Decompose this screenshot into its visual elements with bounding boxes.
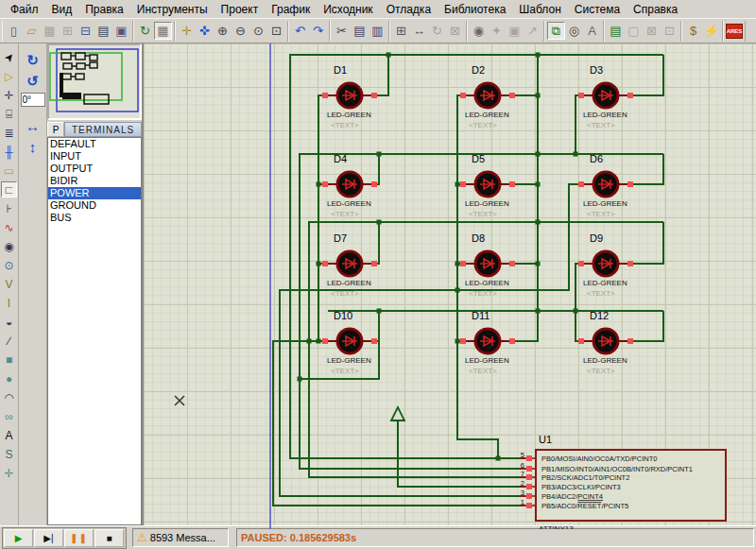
pin-cathode[interactable]: [371, 181, 377, 187]
overview-minimap[interactable]: [47, 43, 142, 120]
mirror-vertical-button[interactable]: ↕: [24, 137, 43, 156]
pin-cathode[interactable]: [509, 181, 515, 187]
generator-mode-icon[interactable]: ⊙: [1, 257, 17, 273]
power-terminal-icon[interactable]: [391, 407, 404, 420]
pin-cathode[interactable]: [509, 261, 515, 266]
mcu-pin-square[interactable]: [526, 484, 532, 489]
bus-mode-icon[interactable]: ╫: [1, 144, 17, 160]
terminal-item-bus[interactable]: BUS: [48, 212, 141, 224]
mark-output-area-icon[interactable]: ▣: [112, 22, 130, 40]
rotate-clockwise-button[interactable]: ↻: [24, 51, 43, 70]
2d-marker-mode-icon[interactable]: ✛: [1, 465, 17, 481]
block-delete-icon[interactable]: ⊠: [446, 22, 464, 40]
wire[interactable]: [374, 222, 379, 264]
packaging-tool-icon[interactable]: ▣: [506, 22, 524, 40]
menu-item-file[interactable]: Файл: [4, 2, 45, 17]
pin-anode[interactable]: [322, 338, 328, 344]
terminal-item-default[interactable]: DEFAULT: [48, 138, 141, 150]
led-D8[interactable]: D8LED-GREEN<TEXT>: [460, 232, 515, 298]
text-script-mode-icon[interactable]: ≣: [1, 125, 17, 141]
pin-cathode[interactable]: [627, 261, 633, 266]
led-D12[interactable]: D12LED-GREEN<TEXT>: [578, 310, 633, 375]
redo-icon[interactable]: ↷: [309, 22, 327, 40]
mcu-pin-square[interactable]: [526, 503, 532, 508]
led-D6[interactable]: D6LED-GREEN<TEXT>: [578, 153, 633, 218]
schematic-canvas[interactable]: D1LED-GREEN<TEXT>D2LED-GREEN<TEXT>D3LED-…: [144, 43, 756, 525]
2d-symbol-mode-icon[interactable]: S: [1, 446, 17, 462]
netlist-to-ares-icon[interactable]: ARES: [726, 24, 743, 39]
sim-pause-button[interactable]: ❚❚: [64, 529, 94, 547]
block-rotate-icon[interactable]: ↻: [428, 22, 446, 40]
block-move-icon[interactable]: ↔: [410, 22, 428, 40]
mcu-U1[interactable]: U1ATTINY135PB0/MOSI/AIN0/OC0A/TXD/PCINT0…: [520, 434, 726, 529]
led-D10[interactable]: D10LED-GREEN<TEXT>: [322, 310, 377, 375]
simulation-messages[interactable]: ⚠ 8593 Messa...: [132, 528, 229, 547]
terminal-item-ground[interactable]: GROUND: [48, 199, 141, 212]
pin-anode[interactable]: [322, 93, 328, 98]
component-mode-icon[interactable]: ▷: [1, 68, 17, 84]
graph-mode-icon[interactable]: ∿: [1, 219, 17, 235]
wire[interactable]: [630, 55, 663, 95]
block-copy-icon[interactable]: ⊞: [392, 22, 410, 40]
wire[interactable]: [512, 311, 538, 341]
sim-play-button[interactable]: ▶: [4, 529, 33, 547]
virtual-instrument-mode-icon[interactable]: ◒: [1, 314, 17, 330]
selection-pointer-icon[interactable]: ➤: [0, 46, 20, 69]
wire[interactable]: [374, 311, 379, 341]
new-sheet-icon[interactable]: ▢: [625, 22, 643, 40]
pick-device-icon[interactable]: ◉: [470, 22, 488, 40]
pick-terminals-button[interactable]: P: [47, 122, 64, 137]
led-D9[interactable]: D9LED-GREEN<TEXT>: [578, 232, 633, 298]
wire-label-mode-icon[interactable]: ⌸: [1, 106, 17, 122]
menu-item-help[interactable]: Справка: [627, 2, 684, 17]
sim-step-button[interactable]: ▶|: [34, 529, 63, 547]
led-D7[interactable]: D7LED-GREEN<TEXT>: [322, 232, 377, 298]
pin-anode[interactable]: [578, 261, 584, 266]
voltage-probe-mode-icon[interactable]: V: [1, 276, 17, 292]
pin-anode[interactable]: [460, 261, 466, 266]
remove-sheet-icon[interactable]: ⊠: [643, 22, 661, 40]
mcu-pin-square[interactable]: [526, 493, 532, 499]
menu-item-edit[interactable]: Правка: [78, 2, 130, 17]
pin-cathode[interactable]: [509, 338, 515, 344]
pin-cathode[interactable]: [627, 338, 633, 344]
menu-item-template[interactable]: Шаблон: [512, 2, 567, 17]
led-D11[interactable]: D11LED-GREEN<TEXT>: [460, 310, 515, 375]
copy-icon[interactable]: ▤: [351, 22, 369, 40]
2d-text-mode-icon[interactable]: A: [1, 427, 17, 443]
2d-line-mode-icon[interactable]: ∕: [1, 333, 17, 349]
pin-cathode[interactable]: [627, 93, 633, 98]
terminal-item-output[interactable]: OUTPUT: [48, 163, 141, 175]
new-file-icon[interactable]: ▯: [5, 22, 23, 40]
junction-dot-mode-icon[interactable]: ✛: [1, 87, 17, 103]
terminal-mode-icon[interactable]: ⊏: [1, 181, 17, 197]
wire[interactable]: [576, 95, 581, 154]
led-D1[interactable]: D1LED-GREEN<TEXT>: [322, 64, 377, 129]
tape-recorder-mode-icon[interactable]: ◉: [1, 238, 17, 254]
zoom-out-icon[interactable]: ⊖: [232, 22, 249, 40]
terminal-item-bidir[interactable]: BIDIR: [48, 175, 141, 187]
wire-autorouter-icon[interactable]: ⧉: [547, 22, 565, 40]
menu-item-project[interactable]: Проект: [215, 2, 266, 17]
goto-sheet-icon[interactable]: ⊡: [661, 22, 679, 40]
sim-stop-button[interactable]: ■: [94, 529, 124, 547]
pin-cathode[interactable]: [627, 181, 633, 187]
import-section-icon[interactable]: ⊞: [59, 22, 77, 40]
bill-of-materials-icon[interactable]: $: [684, 22, 702, 40]
wire[interactable]: [630, 311, 663, 341]
menu-item-source[interactable]: Исходник: [317, 2, 379, 17]
pan-icon[interactable]: ✜: [196, 22, 214, 40]
current-probe-mode-icon[interactable]: I: [1, 295, 17, 311]
menu-item-library[interactable]: Библиотека: [438, 2, 512, 17]
pin-cathode[interactable]: [371, 93, 377, 98]
wire[interactable]: [630, 154, 663, 184]
menu-item-debug[interactable]: Отладка: [380, 2, 438, 17]
toggle-grid-icon[interactable]: ▦: [154, 22, 172, 40]
pin-anode[interactable]: [578, 338, 584, 344]
led-D4[interactable]: D4LED-GREEN<TEXT>: [322, 153, 377, 218]
property-assignment-icon[interactable]: A: [583, 22, 601, 40]
search-tag-icon[interactable]: ◎: [565, 22, 583, 40]
led-D5[interactable]: D5LED-GREEN<TEXT>: [460, 153, 515, 218]
pin-anode[interactable]: [322, 261, 328, 266]
rotation-angle-input[interactable]: [21, 93, 45, 107]
